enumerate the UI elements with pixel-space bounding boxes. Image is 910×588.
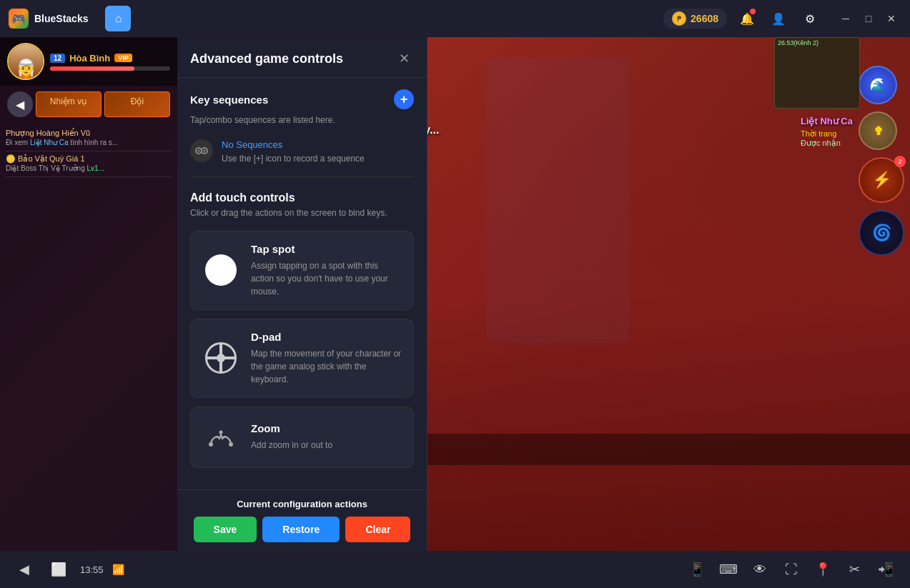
advanced-controls-modal: Advanced game controls ✕ Key sequences +… bbox=[177, 37, 427, 551]
quest-sub-2: Diệt Boss Thị Vệ Trưởng Lv1... bbox=[6, 164, 172, 174]
quest-item: Phượng Hoàng Hiển Vũ Đi xem Liệt Như Ca … bbox=[6, 126, 172, 151]
zoom-card[interactable]: Zoom Add zoom in or out to bbox=[190, 407, 414, 468]
touch-controls-section: Add touch controls Click or drag the act… bbox=[190, 191, 414, 468]
left-game-panel: 🧝 12 Hòa Bình VIP ◀ Nhiệm vụ Đội Phượng … bbox=[0, 37, 177, 551]
touch-controls-subtitle: Click or drag the actions on the screen … bbox=[190, 207, 414, 219]
quest-title: Phượng Hoàng Hiển Vũ bbox=[6, 129, 172, 138]
tap-spot-name: Tap spot bbox=[251, 243, 402, 255]
tap-spot-desc: Assign tapping on a spot with this actio… bbox=[251, 259, 402, 298]
dpad-info: D-pad Map the movement of your character… bbox=[251, 331, 402, 386]
nav-row: ◀ Nhiệm vụ Đội bbox=[0, 86, 177, 123]
modal-body: Key sequences + Tap/combo sequences are … bbox=[177, 78, 427, 489]
bottom-right: 📱 ⌨ 👁 ⛶ 📍 ✂ 📲 bbox=[684, 557, 899, 582]
quest-list: Phượng Hoàng Hiển Vũ Đi xem Liệt Như Ca … bbox=[0, 123, 177, 180]
svg-point-1 bbox=[198, 150, 200, 152]
location-icon[interactable]: 📍 bbox=[810, 557, 836, 582]
zoom-desc: Add zoom in or out to bbox=[251, 439, 402, 452]
back-button[interactable]: ◀ bbox=[7, 91, 33, 117]
footer-buttons: Save Restore Clear bbox=[190, 517, 414, 542]
modal-footer: Current configuration actions Save Resto… bbox=[177, 489, 427, 551]
clear-button[interactable]: Clear bbox=[345, 517, 410, 542]
notification-dot bbox=[750, 9, 756, 14]
quest-sub: Đi xem Liệt Như Ca tình hình ra s... bbox=[6, 138, 172, 148]
maximize-button[interactable]: □ bbox=[859, 9, 879, 29]
scissors-icon[interactable]: ✂ bbox=[841, 557, 867, 582]
vip-badge: VIP bbox=[114, 54, 132, 62]
dpad-name: D-pad bbox=[251, 331, 402, 343]
player-header: 🧝 12 Hòa Bình VIP bbox=[0, 37, 177, 86]
tap-spot-icon bbox=[202, 251, 239, 289]
svg-point-4 bbox=[209, 442, 213, 447]
touch-controls-title: Add touch controls bbox=[190, 191, 414, 204]
time-display: 13:55 bbox=[80, 564, 104, 575]
hp-fill bbox=[50, 66, 134, 71]
dpad-card[interactable]: D-pad Map the movement of your character… bbox=[190, 319, 414, 398]
dpad-icon bbox=[202, 339, 239, 377]
tap-spot-card[interactable]: Tap spot Assign tapping on a spot with t… bbox=[190, 231, 414, 310]
add-sequence-button[interactable]: + bbox=[394, 89, 414, 109]
app-title: BlueStacks bbox=[34, 13, 88, 24]
save-button[interactable]: Save bbox=[194, 517, 257, 542]
keyboard-icon[interactable]: ⌨ bbox=[716, 557, 741, 582]
tap-spot-info: Tap spot Assign tapping on a spot with t… bbox=[251, 243, 402, 298]
svg-point-5 bbox=[229, 442, 233, 447]
dpad-desc: Map the movement of your character or th… bbox=[251, 347, 402, 386]
zoom-name: Zoom bbox=[251, 422, 402, 434]
level-badge: 12 bbox=[50, 54, 65, 63]
nav-mission-button[interactable]: Nhiệm vụ bbox=[36, 91, 102, 117]
zoom-info: Zoom Add zoom in or out to bbox=[251, 422, 402, 452]
home-nav-button[interactable]: ⬜ bbox=[46, 557, 71, 582]
app-logo: 🎮 bbox=[9, 9, 29, 29]
player-name: Hòa Bình bbox=[69, 53, 110, 64]
close-button[interactable]: ✕ bbox=[881, 9, 901, 29]
wifi-icon: 📶 bbox=[112, 564, 124, 575]
record-icon bbox=[190, 139, 213, 162]
topbar: 🎮 BlueStacks ⌂ ₱ 26608 🔔 👤 ⚙ ─ □ ✕ bbox=[0, 0, 910, 37]
nav-team-button[interactable]: Đội bbox=[104, 91, 170, 117]
current-config-label: Current configuration actions bbox=[190, 499, 414, 509]
coin-icon: ₱ bbox=[672, 11, 686, 26]
home-button[interactable]: ⌂ bbox=[105, 6, 131, 31]
eye-icon[interactable]: 👁 bbox=[747, 557, 773, 582]
modal-header: Advanced game controls ✕ bbox=[177, 37, 427, 78]
tap-circle bbox=[205, 254, 237, 286]
quest-item-2: 🪙 Bảo Vật Quý Giá 1 Diệt Boss Thị Vệ Trư… bbox=[6, 151, 172, 177]
zoom-icon bbox=[202, 419, 239, 456]
modal-title: Advanced game controls bbox=[190, 51, 394, 66]
player-avatar: 🧝 bbox=[7, 43, 44, 80]
key-sequences-title: Key sequences bbox=[190, 94, 394, 106]
svg-point-6 bbox=[219, 430, 223, 434]
modal-close-button[interactable]: ✕ bbox=[394, 49, 414, 69]
key-sequences-subtitle: Tap/combo sequences are listed here. bbox=[190, 115, 414, 125]
quest-title-2: 🪙 Bảo Vật Quý Giá 1 bbox=[6, 154, 172, 164]
coin-amount: 26608 bbox=[691, 13, 718, 24]
no-sequences-text: No Sequences Use the [+] icon to record … bbox=[222, 139, 365, 165]
notification-button[interactable]: 🔔 bbox=[736, 7, 758, 30]
settings-button[interactable]: ⚙ bbox=[798, 7, 821, 30]
svg-point-3 bbox=[204, 150, 206, 152]
bottom-bar: ◀ ⬜ 13:55 📶 📱 ⌨ 👁 ⛶ 📍 ✂ 📲 bbox=[0, 551, 910, 588]
key-sequences-header: Key sequences + bbox=[190, 89, 414, 109]
coin-display: ₱ 26608 bbox=[663, 9, 727, 29]
fullscreen-icon[interactable]: ⛶ bbox=[778, 557, 804, 582]
bottom-left: ◀ ⬜ 13:55 📶 bbox=[11, 557, 124, 582]
player-info: 12 Hòa Bình VIP bbox=[50, 53, 170, 71]
window-controls: ─ □ ✕ bbox=[836, 9, 901, 29]
account-button[interactable]: 👤 bbox=[767, 7, 790, 30]
back-nav-button[interactable]: ◀ bbox=[11, 557, 37, 582]
no-sequences-title: No Sequences bbox=[222, 139, 365, 150]
no-sequences-container: No Sequences Use the [+] icon to record … bbox=[190, 134, 414, 177]
restore-button[interactable]: Restore bbox=[262, 517, 340, 542]
phone-icon[interactable]: 📱 bbox=[684, 557, 710, 582]
no-sequences-desc: Use the [+] icon to record a sequence bbox=[222, 153, 365, 165]
tablet-icon[interactable]: 📲 bbox=[873, 557, 899, 582]
minimize-button[interactable]: ─ bbox=[836, 9, 856, 29]
hp-bar bbox=[50, 66, 170, 71]
